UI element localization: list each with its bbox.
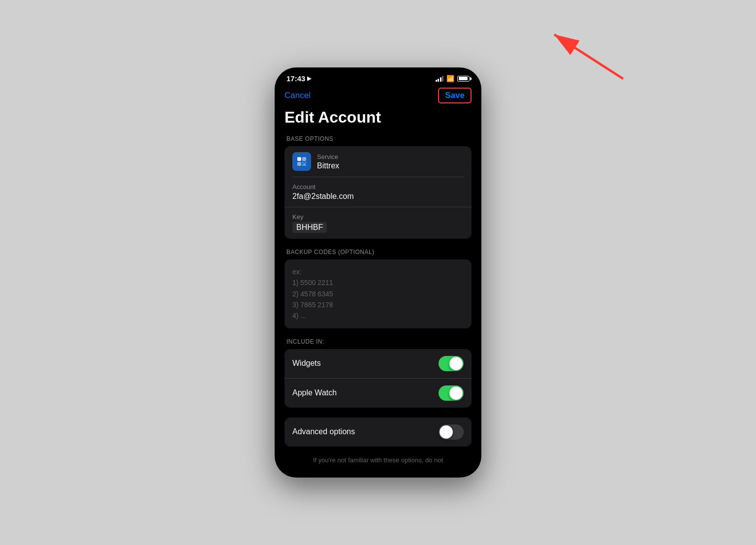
arrow-annotation	[530, 25, 628, 86]
advanced-options-card: Advanced options	[284, 417, 472, 447]
key-row[interactable]: Key BHHBF	[284, 207, 472, 239]
key-label: Key	[292, 213, 464, 221]
advanced-options-toggle[interactable]	[439, 424, 464, 440]
advanced-options-label: Advanced options	[292, 427, 355, 436]
apple-watch-label: Apple Watch	[292, 388, 337, 397]
status-icons: 📶	[436, 75, 470, 82]
svg-rect-1	[302, 157, 306, 161]
service-value: Bittrex	[317, 161, 339, 170]
footer-note: If you're not familiar with these option…	[284, 452, 472, 468]
service-label: Service	[317, 153, 339, 160]
svg-text:+: +	[303, 163, 305, 166]
nav-bar: Cancel Save	[275, 86, 481, 108]
phone-frame: 17:43 ▶ 📶 Cancel Save Edit Account BASE …	[275, 67, 481, 477]
base-options-card: + Service Bittrex Account 2fa@2stable.co…	[284, 146, 472, 239]
location-icon: ▶	[307, 75, 311, 82]
widgets-row: Widgets	[284, 349, 472, 379]
cancel-button[interactable]: Cancel	[284, 91, 311, 100]
service-row[interactable]: + Service Bittrex	[284, 146, 472, 177]
status-time: 17:43 ▶	[286, 74, 311, 83]
backup-codes-field[interactable]: ex: 1) 5500 2211 2) 4578 6345 3) 7865 21…	[284, 259, 472, 328]
advanced-options-row: Advanced options	[284, 417, 472, 447]
advanced-options-knob	[440, 425, 453, 439]
battery-icon	[457, 76, 470, 82]
save-button[interactable]: Save	[438, 88, 472, 103]
account-label: Account	[292, 183, 464, 191]
account-value: 2fa@2stable.com	[292, 192, 464, 201]
service-info: Service Bittrex	[317, 153, 339, 170]
widgets-label: Widgets	[292, 359, 321, 368]
page-title: Edit Account	[284, 108, 472, 127]
base-options-label: BASE OPTIONS	[284, 135, 472, 142]
backup-codes-placeholder: ex: 1) 5500 2211 2) 4578 6345 3) 7865 21…	[292, 268, 333, 320]
signal-icon	[436, 76, 444, 82]
apple-watch-toggle-knob	[449, 386, 463, 400]
wifi-icon: 📶	[446, 75, 454, 82]
key-value: BHHBF	[292, 222, 327, 233]
apple-watch-toggle[interactable]	[439, 385, 464, 401]
time-label: 17:43	[286, 74, 305, 83]
account-row[interactable]: Account 2fa@2stable.com	[284, 177, 472, 207]
service-icon: +	[292, 152, 311, 171]
include-in-card: Widgets Apple Watch	[284, 349, 472, 408]
svg-rect-0	[297, 157, 301, 161]
widgets-toggle[interactable]	[439, 356, 464, 371]
status-bar: 17:43 ▶ 📶	[275, 67, 481, 86]
apple-watch-row: Apple Watch	[284, 379, 472, 408]
svg-rect-2	[297, 162, 301, 166]
svg-line-7	[554, 34, 623, 79]
include-in-label: INCLUDE IN:	[284, 338, 472, 345]
backup-codes-label: BACKUP CODES (OPTIONAL)	[284, 249, 472, 256]
widgets-toggle-knob	[449, 357, 463, 370]
content-area: Edit Account BASE OPTIONS + Servic	[275, 108, 481, 477]
